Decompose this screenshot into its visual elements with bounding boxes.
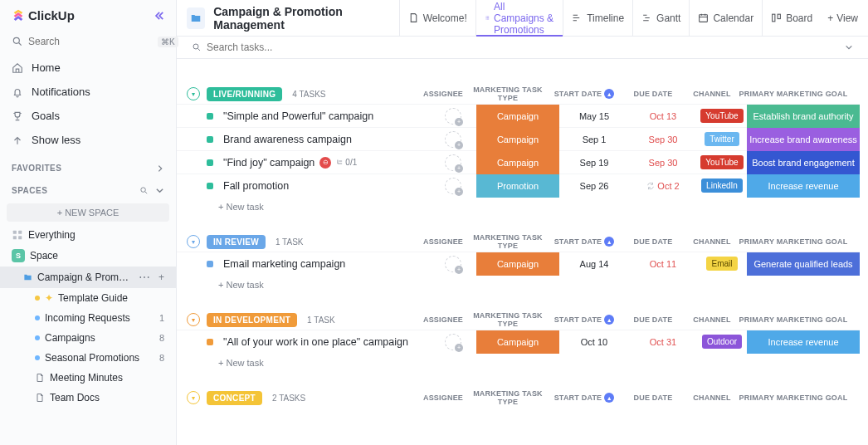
goal-cell[interactable]: Increase brand awareness: [747, 128, 860, 151]
group-name[interactable]: LIVE/RUNNING: [207, 87, 282, 101]
due-date-cell[interactable]: Oct 31: [629, 337, 697, 347]
space-item[interactable]: S Space: [0, 245, 176, 267]
brand-logo[interactable]: ClickUp: [12, 8, 75, 22]
col-type[interactable]: MARKETING TASK TYPE: [466, 233, 549, 250]
goal-cell[interactable]: Generate qualified leads: [747, 252, 860, 276]
assign-icon[interactable]: [445, 108, 461, 125]
due-date-cell[interactable]: Oct 11: [629, 259, 697, 269]
task-row[interactable]: Fall promotionPromotionSep 26Oct 2Linked…: [177, 174, 860, 197]
new-task-button[interactable]: + New task: [177, 197, 860, 217]
list-item[interactable]: Seasonal Promotions8: [0, 348, 176, 368]
assignee-cell[interactable]: [430, 256, 476, 272]
col-type[interactable]: MARKETING TASK TYPE: [466, 389, 549, 406]
col-goal[interactable]: PRIMARY MARKETING GOAL: [737, 389, 850, 406]
task-row[interactable]: Email marketing campaignCampaignAug 14Oc…: [177, 252, 860, 275]
assign-icon[interactable]: [445, 334, 461, 350]
assign-icon[interactable]: [445, 178, 461, 194]
col-assignee[interactable]: ASSIGNEE: [420, 86, 466, 102]
tab-welcome-[interactable]: Welcome!: [399, 0, 475, 37]
chevron-down-icon[interactable]: [155, 186, 164, 195]
status-square[interactable]: [207, 339, 213, 345]
start-date-cell[interactable]: Aug 14: [559, 259, 629, 269]
status-square[interactable]: [207, 136, 213, 143]
assignee-cell[interactable]: [430, 178, 476, 194]
goal-cell[interactable]: Establish brand authority: [747, 105, 860, 128]
assignee-cell[interactable]: [430, 334, 476, 350]
new-task-button[interactable]: + New task: [177, 275, 860, 295]
task-row[interactable]: Brand awareness campaignCampaignSep 1Sep…: [177, 127, 860, 150]
active-folder[interactable]: Campaign & Promotion M... ⋯ +: [0, 267, 176, 288]
assign-icon[interactable]: [445, 154, 461, 171]
collapse-sidebar-icon[interactable]: [153, 10, 164, 22]
tab-gantt[interactable]: Gantt: [632, 0, 689, 37]
col-assignee[interactable]: ASSIGNEE: [420, 233, 466, 250]
col-due[interactable]: DUE DATE: [619, 389, 687, 406]
type-cell[interactable]: Promotion: [476, 174, 559, 198]
tab-all-campaigns-promotions[interactable]: All Campaigns & Promotions: [475, 0, 563, 37]
task-row[interactable]: "Find joy" campaign⊖0/1CampaignSep 19Sep…: [177, 150, 860, 174]
type-cell[interactable]: Campaign: [476, 151, 559, 174]
col-due[interactable]: DUE DATE: [619, 86, 687, 102]
task-name[interactable]: Brand awareness campaign: [223, 134, 430, 145]
due-date-cell[interactable]: Oct 13: [629, 111, 697, 121]
channel-cell[interactable]: LinkedIn: [697, 178, 747, 193]
channel-cell[interactable]: YouTube: [697, 109, 747, 123]
col-channel[interactable]: CHANNEL: [687, 86, 737, 102]
task-name[interactable]: "Find joy" campaign⊖0/1: [223, 157, 430, 169]
assign-icon[interactable]: [445, 256, 461, 272]
new-task-button[interactable]: + New task: [177, 353, 860, 373]
type-cell[interactable]: Campaign: [476, 105, 559, 128]
list-item[interactable]: Campaigns8: [0, 328, 176, 348]
due-date-cell[interactable]: Sep 30: [629, 134, 697, 144]
task-row[interactable]: "Simple and Powerful" campaignCampaignMa…: [177, 104, 860, 127]
new-space-button[interactable]: + NEW SPACE: [7, 203, 169, 222]
folder-menu-icon[interactable]: ⋯: [139, 271, 150, 284]
channel-cell[interactable]: Twitter: [697, 132, 747, 146]
goal-cell[interactable]: Increase revenue: [747, 330, 860, 354]
col-goal[interactable]: PRIMARY MARKETING GOAL: [737, 233, 850, 250]
due-date-cell[interactable]: Sep 30: [629, 158, 697, 168]
doc-item[interactable]: Team Docs: [0, 388, 176, 408]
start-date-cell[interactable]: Sep 19: [559, 158, 629, 168]
group-toggle[interactable]: ▾: [187, 391, 200, 404]
favorites-section[interactable]: FAVORITES: [0, 155, 176, 178]
assignee-cell[interactable]: [430, 108, 476, 125]
assignee-cell[interactable]: [430, 131, 476, 148]
add-list-icon[interactable]: +: [158, 271, 164, 283]
task-search-input[interactable]: [207, 42, 840, 53]
list-item[interactable]: Incoming Requests1: [0, 308, 176, 328]
type-cell[interactable]: Campaign: [476, 330, 559, 354]
col-assignee[interactable]: ASSIGNEE: [420, 311, 466, 328]
channel-cell[interactable]: Email: [697, 257, 747, 271]
col-goal[interactable]: PRIMARY MARKETING GOAL: [737, 311, 850, 328]
assign-icon[interactable]: [445, 131, 461, 148]
search-spaces-icon[interactable]: [139, 186, 149, 195]
goal-cell[interactable]: Boost brand engagement: [747, 151, 860, 174]
status-square[interactable]: [207, 159, 213, 166]
type-cell[interactable]: Campaign: [476, 252, 559, 276]
nav-show-less[interactable]: Show less: [0, 128, 176, 152]
group-name[interactable]: CONCEPT: [207, 391, 262, 405]
group-toggle[interactable]: ▾: [187, 87, 200, 100]
channel-cell[interactable]: YouTube: [697, 155, 747, 169]
due-date-cell[interactable]: Oct 2: [629, 181, 697, 191]
col-channel[interactable]: CHANNEL: [687, 233, 737, 250]
group-toggle[interactable]: ▾: [187, 313, 200, 326]
task-name[interactable]: Email marketing campaign: [223, 258, 430, 270]
col-type[interactable]: MARKETING TASK TYPE: [466, 86, 549, 102]
task-name[interactable]: Fall promotion: [223, 180, 430, 192]
col-start[interactable]: START DATE▲: [549, 86, 619, 102]
col-channel[interactable]: CHANNEL: [687, 389, 737, 406]
start-date-cell[interactable]: Oct 10: [559, 337, 629, 347]
start-date-cell[interactable]: May 15: [559, 111, 629, 121]
assignee-cell[interactable]: [430, 154, 476, 171]
task-search[interactable]: [177, 37, 868, 59]
col-start[interactable]: START DATE▲: [549, 389, 619, 406]
list-item[interactable]: ✦Template Guide: [0, 288, 176, 308]
doc-item[interactable]: Meeting Minutes: [0, 368, 176, 388]
col-start[interactable]: START DATE▲: [549, 311, 619, 328]
col-start[interactable]: START DATE▲: [549, 233, 619, 250]
tab-calendar[interactable]: Calendar: [689, 0, 762, 37]
add-view-button[interactable]: + View: [827, 12, 858, 24]
tab-timeline[interactable]: Timeline: [563, 0, 632, 37]
